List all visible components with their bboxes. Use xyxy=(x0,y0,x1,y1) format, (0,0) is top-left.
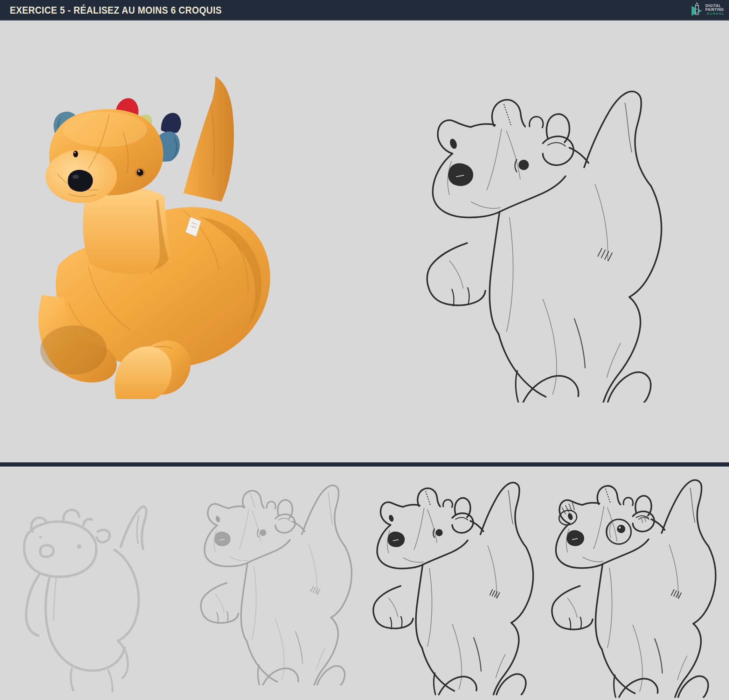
sketch-step-3 xyxy=(370,477,544,698)
reference-photo xyxy=(35,70,285,399)
slide-canvas xyxy=(0,0,729,700)
lineart-study-drawing xyxy=(422,87,678,403)
sketch-step-1 xyxy=(10,494,171,697)
logo-line-painting: PAINTING xyxy=(705,8,725,12)
plush-dinosaur-photo xyxy=(35,70,285,399)
detailed-lineart-drawing xyxy=(548,475,727,699)
navy-spike xyxy=(161,113,181,133)
sketch-step-4 xyxy=(548,475,727,699)
right-eye xyxy=(136,168,144,177)
logo-line-digital: DIGITAL xyxy=(705,4,725,8)
header-bar: EXERCICE 5 - RÉALISEZ AU MOINS 6 CROQUIS… xyxy=(0,0,729,21)
rough-sketch-drawing xyxy=(10,494,171,697)
brand-logo-text: DIGITAL PAINTING .SCHOOL xyxy=(705,4,725,16)
section-divider xyxy=(0,462,729,467)
clean-lineart-drawing xyxy=(370,477,544,698)
refined-sketch-drawing xyxy=(196,483,363,685)
nose xyxy=(68,170,93,191)
left-eye xyxy=(73,151,78,158)
sketch-step-2 xyxy=(196,483,363,685)
brand-logo: DIGITAL PAINTING .SCHOOL xyxy=(691,2,725,17)
lineart-study xyxy=(422,87,678,403)
pencil-play-icon xyxy=(691,2,703,17)
page-title: EXERCICE 5 - RÉALISEZ AU MOINS 6 CROQUIS xyxy=(10,4,222,16)
logo-line-school: .SCHOOL xyxy=(705,12,725,16)
